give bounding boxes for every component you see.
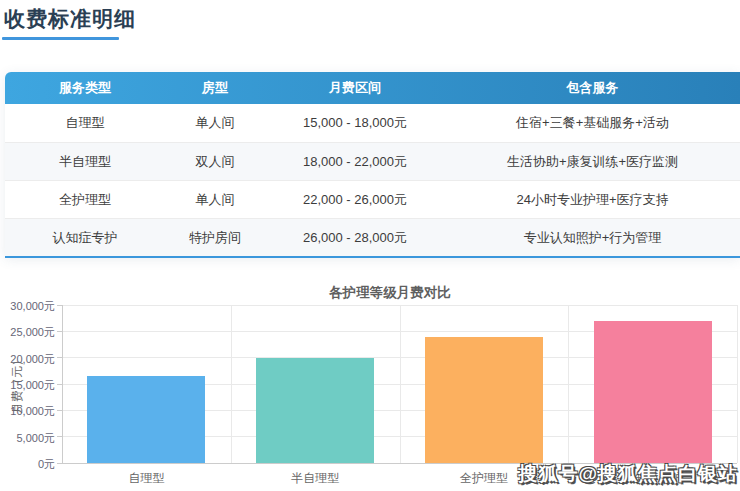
category-separator [400, 305, 401, 463]
table-cell: 双人间 [165, 153, 265, 171]
watermark: 搜狐号@搜狐焦点白银站 [518, 461, 738, 487]
y-tick-label: 10,000元 [0, 404, 55, 419]
category-separator [737, 305, 738, 463]
table-cell: 单人间 [165, 114, 265, 132]
column-header-3: 包含服务 [445, 79, 740, 97]
table-row: 认知症专护特护房间26,000 - 28,000元专业认知照护+行为管理 [5, 218, 740, 256]
table-cell: 18,000 - 22,000元 [265, 153, 445, 171]
table-cell: 生活协助+康复训练+医疗监测 [445, 153, 740, 171]
fee-table-header-row: 服务类型房型月费区间包含服务 [5, 72, 740, 104]
table-cell: 半自理型 [5, 153, 165, 171]
category-separator [568, 305, 569, 463]
column-header-2: 月费区间 [265, 79, 445, 97]
y-tick-label: 30,000元 [0, 299, 55, 314]
y-axis-line [62, 305, 63, 463]
y-tick-label: 15,000元 [0, 378, 55, 393]
x-tick-label: 自理型 [128, 470, 164, 487]
table-row: 全护理型单人间22,000 - 26,000元24小时专业护理+医疗支持 [5, 180, 740, 218]
y-tick-label: 5,000元 [0, 431, 55, 446]
x-tick-label: 半自理型 [291, 470, 339, 487]
table-cell: 认知症专护 [5, 229, 165, 247]
table-cell: 住宿+三餐+基础服务+活动 [445, 114, 740, 132]
table-cell: 全护理型 [5, 191, 165, 209]
fee-table: 服务类型房型月费区间包含服务 自理型单人间15,000 - 18,000元住宿+… [5, 72, 740, 258]
table-cell: 自理型 [5, 114, 165, 132]
y-tick-label: 25,000元 [0, 325, 55, 340]
y-tick-label: 20,000元 [0, 352, 55, 367]
chart-title: 各护理等级月费对比 [0, 284, 740, 302]
table-cell: 专业认知照护+行为管理 [445, 229, 740, 247]
y-tick-label: 0元 [0, 457, 55, 472]
page: 收费标准明细 服务类型房型月费区间包含服务 自理型单人间15,000 - 18,… [0, 0, 740, 491]
table-cell: 特护房间 [165, 229, 265, 247]
title-underline [2, 37, 119, 40]
bar-自理型 [87, 376, 205, 463]
bar-半自理型 [256, 358, 374, 463]
bar-全护理型 [425, 337, 543, 463]
table-cell: 22,000 - 26,000元 [265, 191, 445, 209]
table-cell: 15,000 - 18,000元 [265, 114, 445, 132]
x-tick-label: 全护理型 [460, 470, 508, 487]
page-title: 收费标准明细 [4, 5, 136, 33]
category-separator [231, 305, 232, 463]
column-header-0: 服务类型 [5, 79, 165, 97]
column-header-1: 房型 [165, 79, 265, 97]
table-cell: 24小时专业护理+医疗支持 [445, 191, 740, 209]
table-row: 半自理型双人间18,000 - 22,000元生活协助+康复训练+医疗监测 [5, 142, 740, 180]
table-cell: 26,000 - 28,000元 [265, 229, 445, 247]
table-row: 自理型单人间15,000 - 18,000元住宿+三餐+基础服务+活动 [5, 104, 740, 142]
fee-table-body: 自理型单人间15,000 - 18,000元住宿+三餐+基础服务+活动半自理型双… [5, 104, 740, 256]
table-cell: 单人间 [165, 191, 265, 209]
bar-认知症专护 [594, 321, 712, 463]
